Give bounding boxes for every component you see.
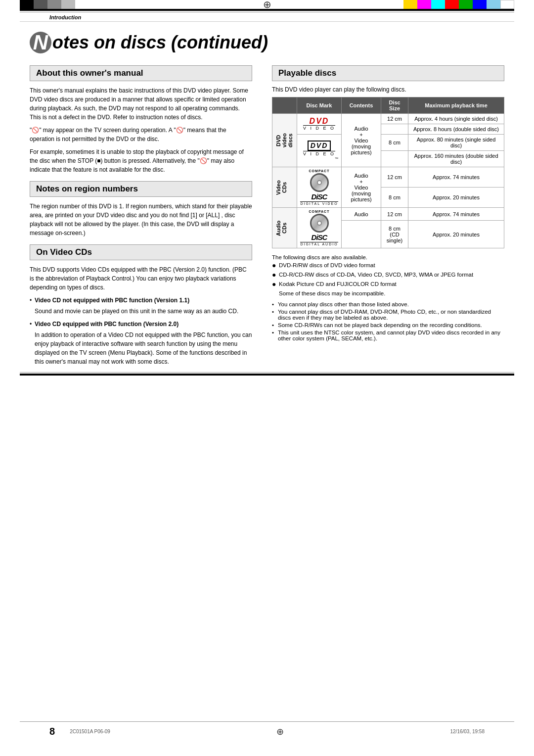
col-header-max-playback: Maximum playback time xyxy=(408,97,504,114)
digital-audio-label: DIGITAL AUDIO xyxy=(300,242,338,246)
acd-time-8: Approx. 20 minutes xyxy=(408,221,504,248)
also-available-item-3: ● Kodak Picture CD and FUJICOLOR CD form… xyxy=(272,280,504,288)
dvd-disc-mark-2: DVD V I D E O ™ xyxy=(297,135,342,167)
page-title: N otes on discs (continued) xyxy=(30,32,504,53)
col-header-empty xyxy=(272,97,297,114)
dvd-time-8a: Approx. 80 minutes (single sided disc) xyxy=(408,135,504,151)
note-text-3: Some CD-R/RWs can not be played back dep… xyxy=(278,322,482,328)
note-bullet-4: • xyxy=(272,330,278,335)
acd-label: AudioCDs xyxy=(272,208,297,248)
main-content: About this owner's manual This owner's m… xyxy=(0,58,534,370)
acd-size-12: 12 cm xyxy=(381,208,408,221)
region-numbers-content: The region number of this DVD is 1. If r… xyxy=(30,202,252,237)
color-green xyxy=(459,0,473,9)
about-manual-content: This owner's manual explains the basic i… xyxy=(30,86,252,174)
dvd-logo-text2: DVD xyxy=(308,141,331,151)
col-header-contents: Contents xyxy=(342,97,381,114)
dvd-tm: ™ xyxy=(335,157,338,161)
also-available-item-2: ● CD-R/CD-RW discs of CD-DA, Video CD, S… xyxy=(272,271,504,279)
color-cyan xyxy=(431,0,445,9)
cd-circle-a xyxy=(310,214,329,233)
region-numbers-title: Notes on region numbers xyxy=(36,184,138,193)
version11-item: Video CD not equipped with PBC function … xyxy=(30,296,252,305)
right-color-blocks xyxy=(403,0,514,9)
color-white xyxy=(500,0,514,9)
compact-label: COMPACT xyxy=(309,169,330,173)
region-numbers-text: The region number of this DVD is 1. If r… xyxy=(30,202,252,237)
color-gray xyxy=(47,0,61,9)
acd-time-12: Approx. 74 minutes xyxy=(408,208,504,221)
also-available-text-3: Kodak Picture CD and FUJICOLOR CD format xyxy=(279,280,397,288)
dvd-logo-text: DVD xyxy=(310,117,329,126)
vcd-time-12: Approx. 74 minutes xyxy=(408,167,504,188)
about-manual-title: About this owner's manual xyxy=(36,68,143,78)
also-available-section: The following discs are also available. … xyxy=(272,253,504,297)
dvd-logo-1: DVD V I D E O xyxy=(300,117,338,131)
dvd-logo-sub: V I D E O xyxy=(303,125,335,131)
table-row: VideoCDs COMPACT DiSC DIGITAL VIDEO xyxy=(272,167,504,188)
about-manual-para1: This owner's manual explains the basic i… xyxy=(30,86,252,122)
note-item-2: • You cannot play discs of DVD-RAM, DVD-… xyxy=(272,309,504,321)
also-available-text-1: DVD-R/RW discs of DVD video format xyxy=(279,261,375,269)
left-color-blocks xyxy=(20,0,75,9)
color-dgray xyxy=(34,0,47,9)
dvd-label: DVDvideodiscs xyxy=(272,114,297,167)
version11-text: Sound and movie can be played on this un… xyxy=(30,307,252,316)
version11-title: Video CD not equipped with PBC function … xyxy=(35,297,189,304)
acd-disc-mark: COMPACT DiSC DIGITAL AUDIO xyxy=(297,208,342,248)
dvd-time-12a: Approx. 4 hours (single sided disc) xyxy=(408,114,504,124)
bottom-notes: • You cannot play discs other than those… xyxy=(272,301,504,341)
color-lgray xyxy=(61,0,75,9)
page-title-area: N otes on discs (continued) xyxy=(0,22,534,58)
about-manual-para2: "🚫" may appear on the TV screen during o… xyxy=(30,126,252,143)
dvd-logo-sub2: V I D E O xyxy=(303,151,335,157)
col-header-disc-size: Disc Size xyxy=(381,97,408,114)
vcd-contents: Audio+Video(movingpictures) xyxy=(342,167,381,208)
note-item-4: • This unit uses the NTSC color system, … xyxy=(272,330,504,341)
table-row: AudioCDs COMPACT DiSC DIGITAL AUDIO xyxy=(272,208,504,221)
bullet-circle-1: ● xyxy=(272,261,279,269)
about-manual-header: About this owner's manual xyxy=(30,65,252,81)
dvd-disc-mark-1: DVD V I D E O xyxy=(297,114,342,135)
section-label: Introduction xyxy=(49,14,81,20)
acd-contents: Audio xyxy=(342,208,381,221)
left-column: About this owner's manual This owner's m… xyxy=(30,58,267,370)
note-text-2: You cannot play discs of DVD-RAM, DVD-RO… xyxy=(278,309,504,321)
incompatible-note: Some of these discs may be incompatible. xyxy=(279,289,504,297)
bullet-circle-3: ● xyxy=(272,280,279,288)
color-lblue xyxy=(487,0,500,9)
video-cds-content: This DVD supports Video CDs equipped wit… xyxy=(30,265,252,366)
version20-text: In addition to operation of a Video CD n… xyxy=(30,331,252,366)
bottom-lines xyxy=(20,372,514,376)
crosshair-top: ⊕ xyxy=(263,0,271,9)
playable-discs-table: Disc Mark Contents Disc Size Maximum pla… xyxy=(272,97,504,248)
vcd-label: VideoCDs xyxy=(272,167,297,208)
vcd-disc-mark: COMPACT DiSC DIGITAL VIDEO xyxy=(297,167,342,208)
bottom-thin-line xyxy=(20,372,514,373)
top-thin-line xyxy=(20,12,514,12)
vcd-row-label: VideoCDs xyxy=(275,180,287,195)
color-black xyxy=(20,0,34,9)
title-text: otes on discs (continued) xyxy=(52,32,268,53)
vcd-size-8: 8 cm xyxy=(381,188,408,208)
footer-center: ⊕ xyxy=(110,726,450,737)
top-color-bar: ⊕ xyxy=(0,0,534,9)
also-available-header: The following discs are also available. xyxy=(272,253,504,261)
dvd-size-8: 8 cm xyxy=(381,135,408,151)
right-column: Playable discs This DVD video player can… xyxy=(267,58,504,370)
bullet-circle-2: ● xyxy=(272,271,279,279)
playable-discs-intro: This DVD video player can play the follo… xyxy=(272,86,504,93)
page-number: 8 xyxy=(49,726,55,737)
cd-hole xyxy=(317,180,322,185)
also-available-text-2: CD-R/CD-RW discs of CD-DA, Video CD, SVC… xyxy=(279,271,473,279)
region-numbers-header: Notes on region numbers xyxy=(30,181,252,197)
footer-date: 12/16/03, 19:58 xyxy=(450,729,485,734)
about-manual-para3: For example, sometimes it is unable to s… xyxy=(30,147,252,174)
page-header: Introduction xyxy=(20,12,514,22)
note-item-1: • You cannot play discs other than those… xyxy=(272,301,504,307)
note-bullet-2: • xyxy=(272,309,278,315)
compact-label-a: COMPACT xyxy=(309,210,330,213)
page-footer: 8 2C01501A P06-09 ⊕ 12/16/03, 19:58 xyxy=(20,721,514,741)
digital-video-label: DIGITAL VIDEO xyxy=(300,201,338,205)
note-text-4: This unit uses the NTSC color system, an… xyxy=(278,330,504,341)
